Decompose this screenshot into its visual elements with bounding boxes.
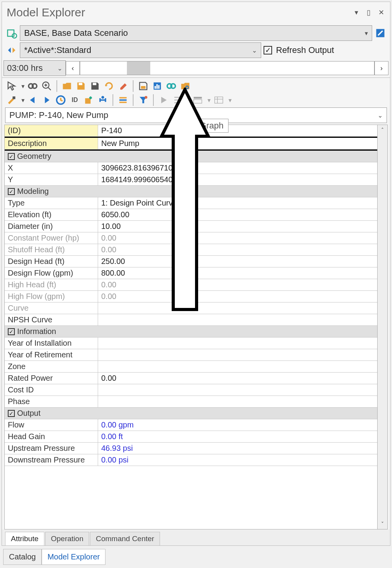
time-next-button[interactable]: ›	[374, 61, 388, 75]
prop-row-diameter[interactable]: Diameter (in)10.00	[5, 221, 377, 232]
panel-title: Model Explorer	[7, 6, 85, 19]
section-output[interactable]: Output	[5, 408, 377, 419]
svg-rect-11	[141, 86, 146, 89]
add-node-icon[interactable]	[83, 94, 95, 106]
svg-point-22	[102, 96, 104, 99]
prop-row-elevation[interactable]: Elevation (ft)6050.00	[5, 209, 377, 221]
section-information[interactable]: Information	[5, 326, 377, 338]
active-value: *Active*:Standard	[24, 45, 91, 55]
prop-row-head-gain[interactable]: Head Gain0.00 ft	[5, 431, 377, 443]
outer-tabs: Catalog Model Explorer	[2, 547, 390, 565]
prop-row-year-retire[interactable]: Year of Retirement	[5, 349, 377, 361]
scenario-select[interactable]: BASE, Base Data Scenario ▾	[20, 25, 372, 41]
svg-rect-14	[156, 84, 158, 89]
table-dropdown[interactable]: ▾	[207, 97, 211, 104]
play-icon[interactable]	[158, 94, 169, 106]
table-icon[interactable]	[192, 94, 204, 106]
scenario-icon[interactable]	[6, 27, 18, 39]
filter-icon[interactable]	[137, 94, 149, 106]
svg-rect-32	[215, 97, 223, 103]
prop-row-phase[interactable]: Phase	[5, 396, 377, 408]
scenario-edit-icon[interactable]	[374, 27, 386, 39]
prop-row-flow[interactable]: Flow0.00 gpm	[5, 419, 377, 431]
prop-row-shutoff-head[interactable]: Shutoff Head (ft)0.00	[5, 244, 377, 256]
prop-row-design-flow[interactable]: Design Flow (gpm)800.00	[5, 267, 377, 279]
prop-row-curve[interactable]: Curve	[5, 302, 377, 314]
save-dark-icon[interactable]	[89, 80, 101, 92]
tooltip-graph: Graph	[195, 119, 229, 133]
prop-row-rated-power[interactable]: Rated Power0.00	[5, 373, 377, 384]
chain-icon[interactable]	[165, 80, 177, 92]
active-icon[interactable]	[6, 44, 18, 56]
scrollbar[interactable]: ˄ ˅	[378, 125, 388, 529]
tab-attribute[interactable]: Attribute	[5, 532, 44, 545]
svg-rect-13	[155, 86, 156, 89]
refresh-output-label: Refresh Output	[276, 45, 334, 55]
prop-row-upstream-pressure[interactable]: Upstream Pressure46.93 psi	[5, 443, 377, 454]
refresh-output-checkbox[interactable]	[264, 46, 272, 55]
prop-row-constant-power[interactable]: Constant Power (hp)0.00	[5, 232, 377, 244]
prop-row-description[interactable]: Description New Pump	[5, 138, 377, 149]
sliders-icon[interactable]	[117, 94, 129, 106]
active-select[interactable]: *Active*:Standard ⌄	[20, 42, 261, 58]
undo-save-icon[interactable]	[103, 80, 115, 92]
scroll-up-icon[interactable]: ˄	[378, 125, 387, 135]
tab-command-center[interactable]: Command Center	[90, 532, 160, 545]
svg-rect-10	[93, 83, 96, 85]
tab-operation[interactable]: Operation	[45, 532, 89, 545]
hammer-dropdown[interactable]: ▾	[21, 97, 25, 104]
prop-row-downstream-pressure[interactable]: Downstream Pressure0.00 psi	[5, 454, 377, 466]
grid-icon[interactable]	[213, 94, 225, 106]
scenario-value: BASE, Base Data Scenario	[24, 28, 128, 38]
prop-row-zone[interactable]: Zone	[5, 361, 377, 373]
prop-row-y[interactable]: Y1684149.999606540	[5, 174, 377, 186]
select-tool-icon[interactable]	[6, 80, 18, 92]
scroll-down-icon[interactable]: ˅	[378, 519, 387, 529]
prop-row-high-head[interactable]: High Head (ft)0.00	[5, 279, 377, 291]
window-menu-icon[interactable]: ▾	[352, 8, 360, 17]
forward-icon[interactable]	[41, 94, 53, 106]
hammer-icon[interactable]	[6, 94, 18, 106]
time-select[interactable]: 03:00 hrs ⌄	[4, 60, 66, 76]
grid-dropdown[interactable]: ▾	[229, 97, 232, 104]
svg-point-26	[145, 96, 148, 99]
zoom-icon[interactable]	[41, 80, 53, 92]
prop-row-id[interactable]: (ID) P-140	[5, 125, 377, 137]
prop-row-design-head[interactable]: Design Head (ft)250.00	[5, 256, 377, 267]
time-slider[interactable]	[80, 61, 374, 75]
align-icon[interactable]	[172, 94, 183, 106]
open-folder-icon[interactable]	[61, 80, 73, 92]
tab-catalog[interactable]: Catalog	[3, 549, 42, 565]
section-modeling[interactable]: Modeling	[5, 186, 377, 197]
property-grid: (ID) P-140 Description New Pump Geometry…	[4, 125, 378, 529]
select-tool-dropdown[interactable]: ▾	[21, 83, 25, 90]
save-db-icon[interactable]	[137, 80, 149, 92]
prop-row-cost-id[interactable]: Cost ID	[5, 384, 377, 396]
svg-rect-21	[85, 98, 91, 104]
time-slider-knob[interactable]	[127, 62, 150, 75]
svg-rect-9	[79, 83, 82, 85]
link-icon[interactable]	[27, 80, 39, 92]
valve-icon[interactable]	[97, 94, 109, 106]
save-icon[interactable]	[75, 80, 87, 92]
id-label-icon[interactable]: ID	[69, 94, 81, 106]
section-geometry[interactable]: Geometry	[5, 151, 377, 162]
prop-row-type[interactable]: Type1: Design Point Curve	[5, 197, 377, 209]
time-prev-button[interactable]: ‹	[66, 61, 80, 75]
back-icon[interactable]	[27, 94, 39, 106]
close-icon[interactable]: ✕	[377, 8, 385, 17]
browse-icon[interactable]	[179, 80, 191, 92]
pin-icon[interactable]: ▯	[364, 8, 373, 17]
svg-rect-31	[194, 100, 202, 103]
prop-row-npsh-curve[interactable]: NPSH Curve	[5, 314, 377, 326]
history-icon[interactable]	[55, 94, 67, 106]
prop-row-year-install[interactable]: Year of Installation	[5, 338, 377, 349]
prop-row-high-flow[interactable]: High Flow (gpm)0.00	[5, 291, 377, 302]
erase-icon[interactable]	[117, 80, 129, 92]
prop-row-x[interactable]: X3096623.816396710	[5, 162, 377, 174]
svg-rect-19	[12, 97, 15, 99]
inner-tabs: Attribute Operation Command Center	[2, 529, 390, 545]
tab-model-explorer[interactable]: Model Explorer	[42, 549, 106, 565]
svg-rect-30	[194, 97, 202, 99]
graph-button[interactable]	[151, 80, 163, 92]
